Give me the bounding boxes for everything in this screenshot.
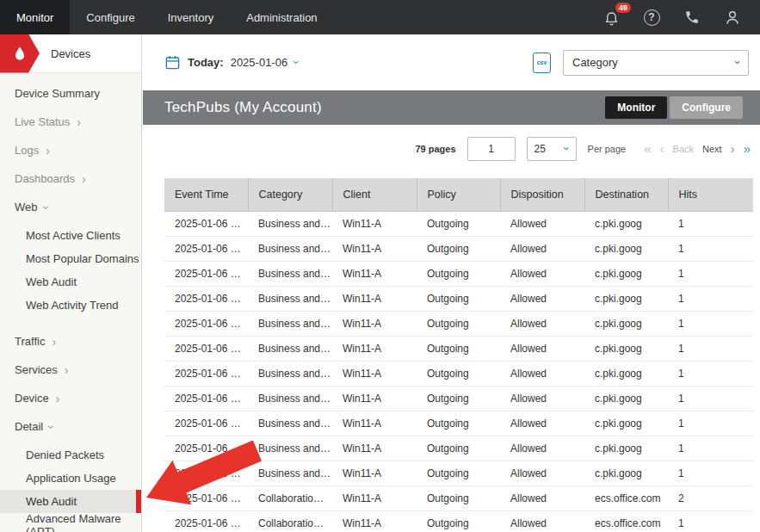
configure-mode-button[interactable]: Configure — [670, 96, 743, 119]
toolbar-right-group: csv Category › — [533, 50, 749, 76]
cell-disposition: Allowed — [500, 286, 584, 311]
cell-policy: Outgoing — [417, 486, 500, 510]
table-row[interactable]: 2025-01-06 … Business and… Win11-A Outgo… — [164, 286, 753, 311]
current-page-input[interactable] — [467, 137, 516, 161]
sidebar-item-web-activity-trend[interactable]: Web Activity Trend — [0, 294, 141, 317]
per-page-dropdown[interactable]: 25 › — [527, 137, 577, 161]
sidebar-item-advanced-malware[interactable]: Advanced Malware (APT) — [0, 513, 141, 532]
table-row[interactable]: 2025-01-06 … Business and… Win11-A Outgo… — [164, 411, 753, 436]
column-header-policy[interactable]: Policy — [417, 178, 500, 211]
export-csv-button[interactable]: csv — [533, 53, 551, 73]
table-row[interactable]: 2025-01-06 … Business and… Win11-A Outgo… — [164, 336, 753, 361]
cell-destination: c.pki.goog — [584, 311, 668, 336]
cell-client: Win11-A — [332, 386, 417, 411]
droplet-icon — [12, 46, 28, 61]
cell-policy: Outgoing — [417, 211, 500, 236]
sidebar-item-device[interactable]: Device › — [0, 384, 141, 412]
table-row[interactable]: 2025-01-06 … Collaboratio… Win11-A Outgo… — [164, 510, 753, 532]
column-header-category[interactable]: Category — [248, 178, 332, 211]
cell-policy: Outgoing — [417, 311, 500, 336]
cell-category: Business and… — [248, 361, 332, 386]
per-page-label: Per page — [588, 144, 627, 154]
cell-destination: c.pki.goog — [584, 436, 668, 461]
table-row[interactable]: 2025-01-06 … Business and… Win11-A Outgo… — [164, 436, 753, 461]
nav-tab-configure[interactable]: Configure — [70, 0, 151, 34]
table-row[interactable]: 2025-01-06 … Business and… Win11-A Outgo… — [164, 311, 753, 336]
cell-category: Business and… — [248, 211, 332, 236]
sidebar-item-web[interactable]: Web › — [0, 193, 141, 221]
column-header-hits[interactable]: Hits — [668, 178, 753, 211]
nav-tab-administration[interactable]: Administration — [230, 0, 333, 34]
sidebar-item-detail[interactable]: Detail › — [0, 412, 141, 441]
sidebar-item-denied-packets[interactable]: Denied Packets — [0, 443, 141, 467]
chevron-down-icon: › — [560, 146, 573, 150]
cell-event-time: 2025-01-06 … — [164, 386, 248, 411]
last-page-icon[interactable]: » — [744, 142, 751, 155]
sidebar-item-web-audit-detail[interactable]: Web Audit — [0, 490, 141, 513]
pager-controls: « ‹ Back Next › » — [644, 142, 751, 155]
table-row[interactable]: 2025-01-06 … Business and… Win11-A Outgo… — [164, 386, 753, 411]
cell-event-time: 2025-01-06 … — [164, 436, 248, 461]
chevron-right-icon: › — [65, 364, 69, 376]
cell-disposition: Allowed — [500, 386, 584, 411]
sidebar-item-most-popular-domains[interactable]: Most Popular Domains — [0, 247, 141, 270]
sidebar-item-most-active-clients[interactable]: Most Active Clients — [0, 224, 141, 247]
category-filter-dropdown[interactable]: Category › — [563, 50, 749, 76]
cell-disposition: Allowed — [500, 211, 584, 236]
cell-hits: 2 — [668, 486, 753, 510]
phone-support-icon[interactable] — [683, 9, 701, 26]
back-button[interactable]: Back — [673, 144, 694, 154]
notifications-bell-icon[interactable]: 49 — [602, 9, 620, 26]
sidebar-item-traffic[interactable]: Traffic › — [0, 327, 141, 356]
previous-page-icon[interactable]: ‹ — [660, 142, 664, 155]
column-header-destination[interactable]: Destination — [584, 178, 668, 211]
cell-policy: Outgoing — [417, 261, 500, 286]
sidebar-item-dashboards[interactable]: Dashboards › — [0, 164, 141, 193]
column-header-disposition[interactable]: Disposition — [500, 178, 584, 211]
table-row[interactable]: 2025-01-06 … Business and… Win11-A Outgo… — [164, 461, 753, 486]
events-table-body: 2025-01-06 … Business and… Win11-A Outgo… — [164, 211, 753, 532]
cell-hits: 1 — [668, 286, 753, 311]
nav-tab-monitor[interactable]: Monitor — [0, 0, 70, 34]
sidebar-item-services[interactable]: Services › — [0, 356, 141, 384]
sidebar-menu: Device Summary Live Status › Logs › Dash… — [0, 73, 141, 532]
cell-policy: Outgoing — [417, 236, 500, 261]
cell-category: Business and… — [248, 261, 332, 286]
cell-hits: 1 — [668, 236, 753, 261]
table-row[interactable]: 2025-01-06 … Collaboratio… Win11-A Outgo… — [164, 486, 753, 510]
cell-destination: ecs.office.com — [584, 510, 668, 532]
cell-destination: c.pki.goog — [584, 411, 668, 436]
cell-client: Win11-A — [332, 436, 417, 461]
column-header-event-time[interactable]: Event Time — [164, 178, 248, 211]
item-label: Detail — [15, 420, 43, 433]
table-row[interactable]: 2025-01-06 … Business and… Win11-A Outgo… — [164, 211, 753, 236]
sidebar-item-device-summary[interactable]: Device Summary — [0, 79, 141, 108]
cell-policy: Outgoing — [417, 386, 500, 411]
help-icon[interactable]: ? — [643, 9, 660, 26]
cell-policy: Outgoing — [417, 361, 500, 386]
monitor-mode-button[interactable]: Monitor — [605, 96, 667, 119]
sidebar-item-live-status[interactable]: Live Status › — [0, 108, 141, 136]
nav-tab-inventory[interactable]: Inventory — [151, 0, 230, 34]
table-row[interactable]: 2025-01-06 … Business and… Win11-A Outgo… — [164, 261, 753, 286]
sidebar-item-logs[interactable]: Logs › — [0, 136, 141, 164]
table-row[interactable]: 2025-01-06 … Business and… Win11-A Outgo… — [164, 361, 753, 386]
account-icon[interactable] — [724, 9, 741, 26]
account-header-band: TechPubs (My Account) Monitor Configure — [143, 90, 760, 125]
cell-disposition: Allowed — [500, 486, 584, 510]
next-button[interactable]: Next — [702, 144, 722, 154]
sidebar-item-application-usage[interactable]: Application Usage — [0, 467, 141, 490]
help-question-glyph: ? — [648, 11, 654, 23]
cell-hits: 1 — [668, 461, 753, 486]
cell-client: Win11-A — [332, 311, 417, 336]
next-page-icon[interactable]: › — [731, 142, 735, 155]
cell-policy: Outgoing — [417, 336, 500, 361]
sidebar-item-web-audit[interactable]: Web Audit — [0, 270, 141, 294]
table-row[interactable]: 2025-01-06 … Business and… Win11-A Outgo… — [164, 236, 753, 261]
first-page-icon[interactable]: « — [644, 142, 651, 155]
chevron-down-icon: › — [46, 424, 59, 429]
account-title: TechPubs (My Account) — [164, 99, 322, 116]
date-range-dropdown[interactable]: Today: 2025-01-06 › — [164, 54, 299, 71]
column-header-client[interactable]: Client — [332, 178, 417, 211]
cell-destination: c.pki.goog — [584, 386, 668, 411]
